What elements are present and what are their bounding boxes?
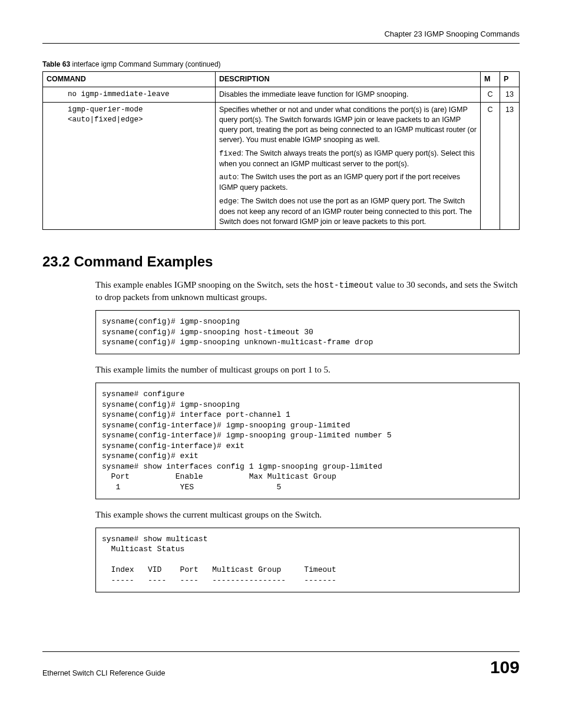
th-p: P <box>500 72 520 87</box>
cell-m: C <box>481 87 500 103</box>
body-paragraph: This example shows the current multicast… <box>95 509 520 521</box>
desc-rest: : The Switch does not use the port as an… <box>219 197 472 226</box>
desc-code: edge <box>219 197 237 206</box>
para-text: This example enables IGMP snooping on th… <box>95 280 314 289</box>
desc-rest: : The Switch always treats the port(s) a… <box>219 149 475 168</box>
th-description: DESCRIPTION <box>216 72 481 87</box>
desc-paragraph: Specifies whether or not and under what … <box>219 105 477 145</box>
cell-description: Specifies whether or not and under what … <box>216 103 481 230</box>
footer-doc-title: Ethernet Switch CLI Reference Guide <box>42 668 165 678</box>
cell-m: C <box>481 103 500 230</box>
cell-command: igmp-querier-mode <auto|fixed|edge> <box>43 103 216 230</box>
desc-code: fixed <box>219 150 242 158</box>
cell-command: no igmp-immediate-leave <box>43 87 216 103</box>
table-row: no igmp-immediate-leave Disables the imm… <box>43 87 520 103</box>
table-caption-bold: Table 63 <box>42 60 70 68</box>
code-block: sysname(config)# igmp-snooping sysname(c… <box>95 310 520 354</box>
desc-code: auto <box>219 173 237 182</box>
table-caption: Table 63 interface igmp Command Summary … <box>42 60 520 70</box>
cell-description: Disables the immediate leave function fo… <box>216 87 481 103</box>
desc-paragraph: auto: The Switch uses the port as an IGM… <box>219 172 477 193</box>
command-text-line1: igmp-querier-mode <box>47 105 211 115</box>
code-block: sysname# configure sysname(config)# igmp… <box>95 383 520 499</box>
body-paragraph: This example limits the number of multic… <box>95 364 520 375</box>
code-block: sysname# show multicast Multicast Status… <box>95 528 520 592</box>
cell-p: 13 <box>500 87 520 103</box>
command-text-line2: <auto|fixed|edge> <box>47 115 211 125</box>
desc-paragraph: edge: The Switch does not use the port a… <box>219 196 477 227</box>
table-header-row: COMMAND DESCRIPTION M P <box>43 72 520 87</box>
table-caption-rest: interface igmp Command Summary (continue… <box>70 60 220 68</box>
th-m: M <box>481 72 500 87</box>
command-summary-table: COMMAND DESCRIPTION M P no igmp-immediat… <box>42 71 520 229</box>
footer-page-number: 109 <box>490 655 520 678</box>
table-row: igmp-querier-mode <auto|fixed|edge> Spec… <box>43 103 520 230</box>
section-title: 23.2 Command Examples <box>42 252 520 271</box>
body-paragraph: This example enables IGMP snooping on th… <box>95 279 520 303</box>
page-footer: Ethernet Switch CLI Reference Guide 109 <box>42 651 520 678</box>
command-text: no igmp-immediate-leave <box>47 90 211 100</box>
desc-rest: : The Switch uses the port as an IGMP qu… <box>219 173 460 192</box>
cell-p: 13 <box>500 103 520 230</box>
inline-code: host-timeout <box>314 281 373 290</box>
th-command: COMMAND <box>43 72 216 87</box>
chapter-header: Chapter 23 IGMP Snooping Commands <box>42 29 520 44</box>
desc-paragraph: fixed: The Switch always treats the port… <box>219 149 477 169</box>
